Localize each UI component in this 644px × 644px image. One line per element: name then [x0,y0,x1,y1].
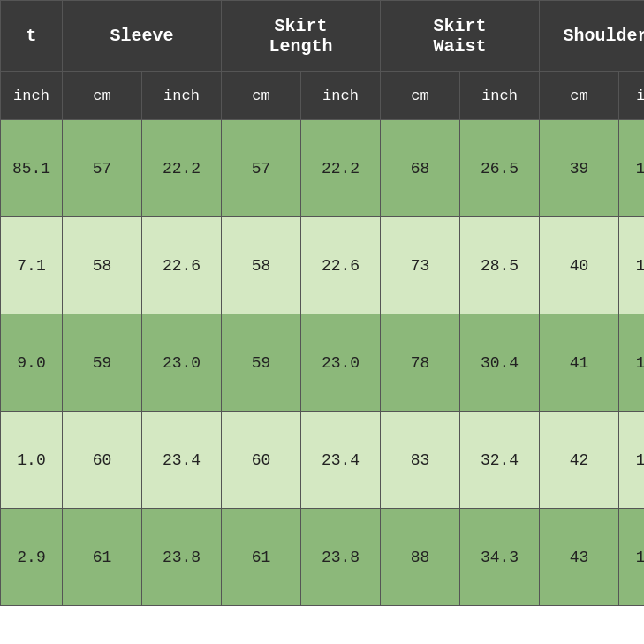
table-cell: 23.0 [301,314,381,412]
table-cell: 16 [619,412,644,509]
table-cell: 34.3 [460,509,540,606]
column-subheader: inch [142,72,222,120]
table-cell: 22.2 [301,120,381,217]
column-subheader: in [619,72,644,120]
column-header: Shoulder [540,1,644,72]
table-cell: 30.4 [460,314,540,412]
column-header: SkirtLength [222,1,381,72]
table-cell: 43 [540,509,619,606]
table-cell: 42 [540,412,619,509]
table-cell: 58 [63,217,142,314]
table-container: tSleeveSkirtLengthSkirtWaistShoulderinch… [0,0,644,644]
table-cell: 58 [222,217,301,314]
column-subheader: cm [63,72,142,120]
table-cell: 23.8 [142,509,222,606]
column-subheader: cm [222,72,301,120]
table-cell: 83 [381,412,460,509]
table-cell: 40 [540,217,619,314]
column-header: SkirtWaist [381,1,540,72]
table-cell: 15 [619,217,644,314]
column-subheader: cm [381,72,460,120]
table-cell: 85.1 [1,120,63,217]
table-cell: 26.5 [460,120,540,217]
table-cell: 60 [63,412,142,509]
table-cell: 23.0 [142,314,222,412]
table-cell: 28.5 [460,217,540,314]
table-cell: 22.2 [142,120,222,217]
table-cell: 23.4 [301,412,381,509]
table-cell: 22.6 [301,217,381,314]
table-cell: 9.0 [1,314,63,412]
table-cell: 57 [222,120,301,217]
table-cell: 7.1 [1,217,63,314]
table-cell: 73 [381,217,460,314]
table-cell: 61 [63,509,142,606]
table-cell: 23.4 [142,412,222,509]
table-cell: 22.6 [142,217,222,314]
table-cell: 15 [619,120,644,217]
column-header: Sleeve [63,1,222,72]
table-cell: 1.0 [1,412,63,509]
table-cell: 78 [381,314,460,412]
table-cell: 16 [619,314,644,412]
column-subheader: inch [301,72,381,120]
table-cell: 60 [222,412,301,509]
column-header: t [1,1,63,72]
table-cell: 2.9 [1,509,63,606]
table-cell: 16 [619,509,644,606]
table-cell: 23.8 [301,509,381,606]
column-subheader: cm [540,72,619,120]
table-cell: 88 [381,509,460,606]
table-cell: 57 [63,120,142,217]
table-cell: 59 [63,314,142,412]
table-cell: 32.4 [460,412,540,509]
table-cell: 59 [222,314,301,412]
table-cell: 68 [381,120,460,217]
table-cell: 61 [222,509,301,606]
column-subheader: inch [460,72,540,120]
table-cell: 41 [540,314,619,412]
size-table: tSleeveSkirtLengthSkirtWaistShoulderinch… [0,0,644,606]
table-cell: 39 [540,120,619,217]
column-subheader: inch [1,72,63,120]
